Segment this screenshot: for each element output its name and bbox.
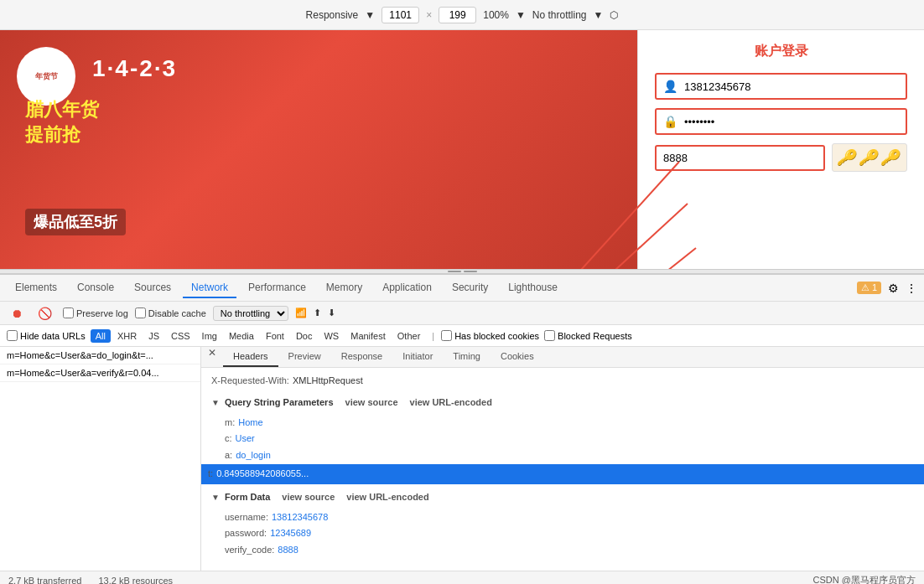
- filter-separator: |: [432, 331, 434, 341]
- settings-icon[interactable]: ⚙: [888, 282, 899, 295]
- form-verify-key: verify_code:: [225, 542, 274, 559]
- tab-application[interactable]: Application: [374, 278, 440, 298]
- captcha-input[interactable]: [655, 145, 825, 171]
- password-input[interactable]: [684, 116, 899, 128]
- has-blocked-checkbox[interactable]: [441, 330, 452, 341]
- tab-network[interactable]: Network: [183, 278, 236, 298]
- preserve-log-checkbox[interactable]: [63, 308, 74, 318]
- filter-ws[interactable]: WS: [319, 329, 344, 343]
- zoom-dropdown-icon: ▼: [516, 9, 526, 21]
- devtools-tabs-bar: Elements Console Sources Network Perform…: [0, 275, 924, 302]
- param-t-row-highlighted[interactable]: t: 0.849588942086055...: [201, 464, 924, 484]
- tab-sources[interactable]: Sources: [126, 278, 179, 298]
- param-a-key: a:: [225, 447, 232, 464]
- captcha-image[interactable]: 🔑🔑🔑: [832, 143, 907, 172]
- filter-font[interactable]: Font: [261, 329, 289, 343]
- rotate-icon[interactable]: ⬡: [610, 9, 618, 21]
- request-list: m=Home&c=User&a=do_login&t=... m=Home&c=…: [0, 347, 201, 571]
- dropdown-icon: ▼: [365, 9, 375, 21]
- form-password-key: password:: [225, 525, 267, 542]
- detail-tab-close[interactable]: ✕: [208, 347, 216, 367]
- download-icon: ⬇: [328, 308, 335, 318]
- detail-tabs: ✕ Headers Preview Response Initiator Tim…: [201, 347, 924, 368]
- zoom-label: 100%: [483, 9, 509, 21]
- blocked-requests-label[interactable]: Blocked Requests: [544, 330, 632, 341]
- tab-security[interactable]: Security: [444, 278, 496, 298]
- disable-cache-label[interactable]: Disable cache: [135, 308, 206, 318]
- login-panel: 账户登录 👤 🔒 🔑🔑🔑: [637, 30, 924, 269]
- view-source-link[interactable]: view source: [345, 395, 398, 411]
- preserve-log-label[interactable]: Preserve log: [63, 308, 128, 318]
- detail-tab-timing[interactable]: Timing: [443, 347, 491, 367]
- filter-manifest[interactable]: Manifest: [345, 329, 391, 343]
- disable-cache-checkbox[interactable]: [135, 308, 146, 318]
- filter-other[interactable]: Other: [392, 329, 426, 343]
- throttle-select[interactable]: No throttling: [213, 306, 288, 321]
- lock-icon: 🔒: [663, 115, 677, 128]
- record-button[interactable]: ⏺: [7, 305, 27, 322]
- width-input[interactable]: [382, 7, 419, 23]
- banner-sub-text1: 腊八年货: [25, 97, 99, 122]
- transferred-stat: 2.7 kB transferred: [8, 576, 81, 585]
- form-toggle-icon[interactable]: ▼: [211, 490, 220, 505]
- filter-bar: Hide data URLs All XHR JS CSS Img Media …: [0, 325, 924, 347]
- detail-tab-cookies[interactable]: Cookies: [491, 347, 544, 367]
- param-t-value: 0.849588942086055...: [216, 466, 309, 483]
- tab-performance[interactable]: Performance: [240, 278, 314, 298]
- tab-elements[interactable]: Elements: [7, 278, 65, 298]
- x-requested-with-label: X-Requested-With:: [211, 373, 289, 390]
- form-view-url-encoded-link[interactable]: view URL-encoded: [346, 489, 428, 506]
- banner-sub-text: 腊八年货 提前抢: [25, 97, 99, 147]
- filter-js[interactable]: JS: [143, 329, 164, 343]
- form-username-key: username:: [225, 509, 268, 526]
- banner-sub-text2: 提前抢: [25, 122, 99, 147]
- filter-css[interactable]: CSS: [166, 329, 195, 343]
- detail-content: X-Requested-With: XMLHttpRequest ▼ Query…: [201, 368, 924, 564]
- tab-lighthouse[interactable]: Lighthouse: [500, 278, 566, 298]
- form-verify-row: verify_code: 8888: [211, 542, 914, 559]
- filter-media[interactable]: Media: [224, 329, 259, 343]
- filter-types: All XHR JS CSS Img Media Font Doc WS Man…: [91, 329, 426, 343]
- form-data-header: ▼ Form Data view source view URL-encoded: [211, 489, 914, 506]
- clear-button[interactable]: 🚫: [34, 305, 56, 322]
- warning-badge: ⚠ 1: [857, 282, 881, 294]
- request-item-1[interactable]: m=Home&c=User&a=do_login&t=...: [0, 347, 200, 364]
- detail-tab-preview[interactable]: Preview: [278, 347, 331, 367]
- detail-tab-headers[interactable]: Headers: [223, 347, 278, 367]
- form-verify-value: 8888: [278, 542, 298, 559]
- query-toggle-icon[interactable]: ▼: [211, 395, 220, 411]
- filter-img[interactable]: Img: [197, 329, 222, 343]
- blocked-requests-checkbox[interactable]: [544, 330, 555, 341]
- password-field-container: 🔒: [655, 108, 907, 135]
- has-blocked-label[interactable]: Has blocked cookies: [441, 330, 539, 341]
- captcha-display: 🔑🔑🔑: [837, 148, 902, 167]
- filter-doc[interactable]: Doc: [291, 329, 318, 343]
- param-c-key: c:: [225, 431, 232, 447]
- detail-tab-response[interactable]: Response: [331, 347, 393, 367]
- filter-all[interactable]: All: [91, 329, 111, 343]
- param-c-row: c: User: [211, 431, 914, 447]
- form-data-label: Form Data: [225, 489, 270, 506]
- param-t-key: t:: [208, 466, 213, 483]
- resize-dots: [448, 271, 477, 272]
- tab-memory[interactable]: Memory: [318, 278, 371, 298]
- filter-xhr[interactable]: XHR: [112, 329, 142, 343]
- hide-data-urls-label[interactable]: Hide data URLs: [7, 330, 86, 341]
- resize-dot: [464, 271, 477, 272]
- resources-stat: 13.2 kB resources: [98, 576, 173, 585]
- more-icon[interactable]: ⋮: [906, 282, 917, 295]
- phone-input[interactable]: [684, 80, 899, 93]
- view-url-encoded-link[interactable]: view URL-encoded: [410, 395, 492, 411]
- tab-console[interactable]: Console: [69, 278, 122, 298]
- param-c-value: User: [236, 431, 255, 447]
- param-a-row: a: do_login: [211, 447, 914, 464]
- form-username-value: 13812345678: [272, 509, 328, 526]
- form-view-source-link[interactable]: view source: [282, 489, 335, 506]
- request-item-2[interactable]: m=Home&c=User&a=verify&r=0.04...: [0, 364, 200, 382]
- height-input[interactable]: [439, 7, 476, 23]
- param-a-value: do_login: [236, 447, 271, 464]
- dimension-separator: ×: [426, 9, 432, 21]
- upload-icon: ⬆: [314, 308, 321, 318]
- detail-tab-initiator[interactable]: Initiator: [392, 347, 443, 367]
- hide-data-urls-checkbox[interactable]: [7, 330, 18, 341]
